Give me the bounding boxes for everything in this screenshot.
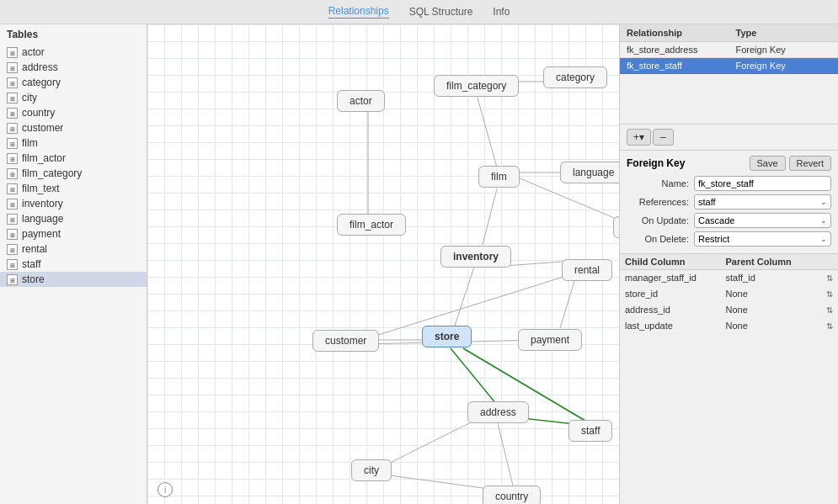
cp-child-2: address_id <box>620 302 721 317</box>
fk-on-delete-label: On Delete: <box>627 234 694 244</box>
info-icon[interactable]: i <box>157 482 173 497</box>
er-node-country[interactable]: country <box>483 485 541 504</box>
er-node-film_actor[interactable]: film_actor <box>337 214 406 236</box>
cp-row-1: store_id None ⇅ <box>620 286 838 302</box>
sidebar-item-country[interactable]: ⊞ country <box>0 105 147 120</box>
table-icon: ⊞ <box>7 244 18 255</box>
er-node-inventory[interactable]: inventory <box>440 246 511 268</box>
sidebar-item-language[interactable]: ⊞ language <box>0 211 147 226</box>
cp-row-2: address_id None ⇅ <box>620 302 838 318</box>
table-icon: ⊞ <box>7 229 18 240</box>
sidebar-title: Tables <box>0 24 147 45</box>
cp-spin-0[interactable]: ⇅ <box>821 270 838 285</box>
rel-type-1: Foreign Key <box>729 58 839 73</box>
toolbar-row: +▾ – <box>620 125 838 151</box>
fk-references-value[interactable]: staff ⌄ <box>694 194 831 210</box>
sidebar-item-city[interactable]: ⊞ city <box>0 90 147 105</box>
table-icon: ⊞ <box>7 168 18 179</box>
sidebar-item-actor[interactable]: ⊞ actor <box>0 45 147 60</box>
main-layout: Tables ⊞ actor ⊞ address ⊞ category ⊞ ci… <box>0 24 838 504</box>
fk-save-button[interactable]: Save <box>750 156 786 171</box>
cp-parent-header: Parent Column <box>721 254 822 269</box>
right-panel: Relationship Type fk_store_address Forei… <box>619 24 838 504</box>
rel-row-0[interactable]: fk_store_address Foreign Key <box>620 42 838 58</box>
sidebar-item-inventory[interactable]: ⊞ inventory <box>0 196 147 211</box>
table-icon: ⊞ <box>7 214 18 225</box>
tab-info[interactable]: Info <box>493 6 510 18</box>
relationships-table: Relationship Type fk_store_address Forei… <box>620 24 838 74</box>
er-node-film[interactable]: film <box>478 166 520 188</box>
er-node-payment[interactable]: payment <box>518 329 582 351</box>
rel-relationship-0: fk_store_address <box>620 42 729 57</box>
sidebar-item-staff[interactable]: ⊞ staff <box>0 257 147 272</box>
fk-name-text: fk_store_staff <box>698 178 827 188</box>
table-icon: ⊞ <box>7 108 18 119</box>
cp-parent-3: None <box>721 318 822 333</box>
fk-title: Foreign Key <box>627 157 685 169</box>
rel-table-spacer <box>620 74 838 125</box>
tab-sql-structure[interactable]: SQL Structure <box>409 6 473 18</box>
fk-references-label: References: <box>627 197 694 207</box>
er-node-rental[interactable]: rental <box>562 259 612 281</box>
cp-spin-1[interactable]: ⇅ <box>821 286 838 301</box>
top-nav: Relationships SQL Structure Info <box>0 0 838 24</box>
cp-child-1: store_id <box>620 286 721 301</box>
cp-child-0: manager_staff_id <box>620 270 721 285</box>
fk-on-update-label: On Update: <box>627 215 694 225</box>
cp-spin-2[interactable]: ⇅ <box>821 302 838 317</box>
sidebar-item-address[interactable]: ⊞ address <box>0 60 147 75</box>
sidebar-label-actor: actor <box>22 46 45 58</box>
fk-name-value[interactable]: fk_store_staff <box>694 176 831 191</box>
fk-on-update-value[interactable]: Cascade ⌄ <box>694 213 831 228</box>
fk-revert-button[interactable]: Revert <box>789 156 831 171</box>
er-node-film_category[interactable]: film_category <box>434 75 519 97</box>
table-icon: ⊞ <box>7 62 18 73</box>
sidebar-item-payment[interactable]: ⊞ payment <box>0 226 147 241</box>
er-node-customer[interactable]: customer <box>312 330 379 352</box>
fk-buttons: Save Revert <box>750 156 831 171</box>
er-node-store[interactable]: store <box>422 326 472 347</box>
cp-parent-0: staff_id <box>721 270 822 285</box>
fk-references-row: References: staff ⌄ <box>627 194 831 210</box>
fk-name-row: Name: fk_store_staff <box>627 176 831 191</box>
table-icon: ⊞ <box>7 183 18 194</box>
cp-table: Child Column Parent Column manager_staff… <box>620 254 838 504</box>
sidebar-item-film_category[interactable]: ⊞ film_category <box>0 166 147 181</box>
rel-type-0: Foreign Key <box>729 42 839 57</box>
sidebar-item-rental[interactable]: ⊞ rental <box>0 241 147 257</box>
fk-on-update-row: On Update: Cascade ⌄ <box>627 213 831 228</box>
er-node-city[interactable]: city <box>351 459 392 481</box>
sidebar-item-film_text[interactable]: ⊞ film_text <box>0 181 147 196</box>
sidebar-item-film[interactable]: ⊞ film <box>0 135 147 151</box>
table-icon: ⊞ <box>7 199 18 210</box>
canvas[interactable]: actor film_category category language fi… <box>147 24 619 504</box>
table-icon: ⊞ <box>7 77 18 88</box>
cp-child-header: Child Column <box>620 254 721 269</box>
add-button[interactable]: +▾ <box>627 129 651 146</box>
sidebar-item-store[interactable]: ⊞ store <box>0 272 147 287</box>
cp-action-header <box>821 254 838 269</box>
er-node-staff[interactable]: staff <box>568 420 612 442</box>
tab-relationships[interactable]: Relationships <box>328 5 389 19</box>
rel-header-col1: Relationship <box>620 24 729 41</box>
table-icon: ⊞ <box>7 274 18 285</box>
fk-on-delete-text: Restrict <box>698 234 729 244</box>
er-node-language[interactable]: language <box>560 162 619 183</box>
table-icon: ⊞ <box>7 259 18 270</box>
sidebar-item-category[interactable]: ⊞ category <box>0 75 147 90</box>
cp-parent-2: None <box>721 302 822 317</box>
sidebar-item-customer[interactable]: ⊞ customer <box>0 120 147 135</box>
er-node-actor[interactable]: actor <box>337 90 385 112</box>
rel-relationship-1: fk_store_staff <box>620 58 729 73</box>
fk-references-text: staff <box>698 197 716 207</box>
cp-parent-1: None <box>721 286 822 301</box>
rel-row-1[interactable]: fk_store_staff Foreign Key <box>620 58 838 74</box>
er-node-film_text[interactable]: film_text <box>613 216 619 238</box>
cp-row-0: manager_staff_id staff_id ⇅ <box>620 270 838 286</box>
er-node-category[interactable]: category <box>543 66 607 88</box>
cp-spin-3[interactable]: ⇅ <box>821 318 838 333</box>
er-node-address[interactable]: address <box>467 401 529 423</box>
sidebar-item-film_actor[interactable]: ⊞ film_actor <box>0 151 147 166</box>
fk-on-delete-value[interactable]: Restrict ⌄ <box>694 231 831 247</box>
remove-button[interactable]: – <box>653 129 674 146</box>
